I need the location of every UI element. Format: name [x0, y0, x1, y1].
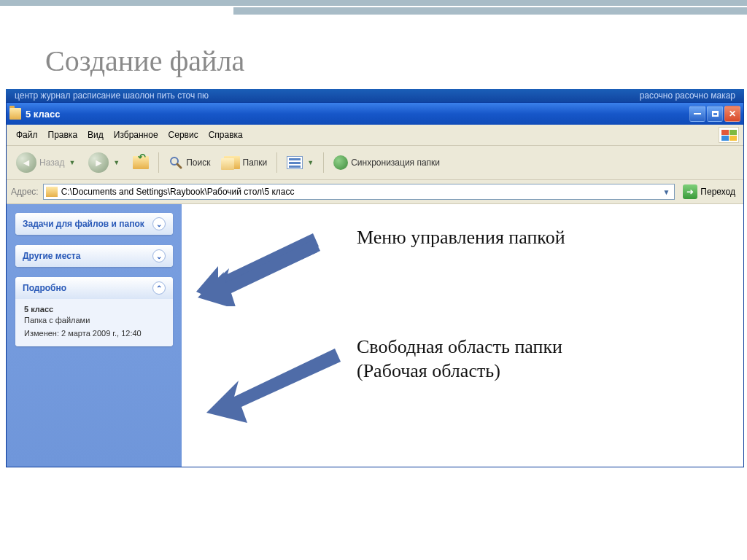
collapse-icon[interactable]: ⌄	[152, 217, 166, 230]
up-button[interactable]	[128, 153, 154, 172]
tasks-header[interactable]: Задачи для файлов и папок ⌄	[15, 213, 173, 235]
search-button[interactable]: Поиск	[163, 152, 215, 173]
menu-favorites[interactable]: Избранное	[109, 128, 163, 141]
folder-icon	[9, 108, 21, 120]
chevron-down-icon: ▼	[69, 159, 75, 166]
slide-top-bar-1	[0, 0, 747, 7]
details-body: 5 класс Папка с файлами Изменен: 2 марта…	[15, 299, 173, 346]
go-button[interactable]: ➜ Переход	[679, 183, 739, 201]
address-bar: Адрес: C:\Documents and Settings\Raybook…	[7, 180, 743, 204]
windows-logo-icon[interactable]	[719, 127, 739, 143]
menu-tools[interactable]: Сервис	[163, 128, 204, 141]
places-header[interactable]: Другие места ⌄	[15, 245, 173, 267]
menu-edit[interactable]: Правка	[43, 128, 83, 141]
menu-view[interactable]: Вид	[82, 128, 109, 141]
views-button[interactable]: ▼	[282, 153, 319, 172]
details-header[interactable]: Подробно ⌃	[15, 277, 173, 299]
toolbar-separator	[323, 152, 324, 173]
views-icon	[287, 156, 303, 169]
folders-label: Папки	[243, 158, 268, 168]
back-arrow-icon: ◄	[16, 152, 36, 173]
sync-button[interactable]: Синхронизация папки	[328, 152, 445, 173]
details-modified: Изменен: 2 марта 2009 г., 12:40	[24, 329, 164, 338]
folder-up-icon	[133, 156, 149, 169]
address-path: C:\Documents and Settings\Raybook\Рабочи…	[61, 187, 657, 197]
chevron-down-icon: ▼	[113, 159, 120, 166]
address-dropdown-icon[interactable]: ▼	[660, 188, 672, 196]
details-title: Подробно	[23, 283, 66, 293]
details-card: Подробно ⌃ 5 класс Папка с файлами Измен…	[15, 277, 173, 346]
forward-button[interactable]: ► ▼	[83, 149, 125, 176]
sync-label: Синхронизация папки	[351, 158, 440, 168]
go-arrow-icon: ➜	[683, 184, 697, 199]
address-label: Адрес:	[11, 187, 39, 197]
maximize-button[interactable]	[707, 106, 723, 122]
folders-icon	[224, 156, 240, 169]
go-label: Переход	[700, 187, 735, 197]
toolbar-separator	[158, 152, 159, 173]
window-titlebar[interactable]: 5 класс ✕	[7, 103, 743, 125]
chevron-down-icon: ▼	[307, 159, 314, 166]
folder-icon	[46, 187, 58, 197]
details-type: Папка с файлами	[24, 316, 164, 324]
window-title: 5 класс	[26, 109, 689, 120]
slide-title: Создание файла	[0, 15, 747, 89]
minimize-button[interactable]	[689, 106, 705, 122]
slide-top-bar-2	[233, 7, 747, 15]
explorer-content: Задачи для файлов и папок ⌄ Другие места…	[7, 204, 743, 467]
svg-marker-5	[206, 349, 341, 423]
folder-content-area[interactable]: Меню управления папкой Свободная область…	[182, 204, 743, 467]
tasks-title: Задачи для файлов и папок	[23, 219, 144, 229]
search-label: Поиск	[186, 158, 210, 168]
forward-arrow-icon: ►	[88, 152, 109, 173]
toolbar: ◄ Назад ▼ ► ▼ Поиск Папки ▼	[7, 146, 743, 180]
folders-button[interactable]: Папки	[219, 153, 273, 172]
svg-line-1	[177, 164, 181, 168]
side-panel: Задачи для файлов и папок ⌄ Другие места…	[7, 204, 182, 467]
expand-icon[interactable]: ⌃	[152, 281, 166, 295]
places-title: Другие места	[23, 251, 80, 261]
annotation-menu-control: Меню управления папкой	[357, 226, 565, 250]
arrow-to-side-panel-icon	[196, 233, 320, 306]
back-label: Назад	[39, 158, 64, 168]
toolbar-separator	[276, 152, 277, 173]
details-name: 5 класс	[24, 305, 164, 314]
places-card: Другие места ⌄	[15, 245, 173, 267]
close-button[interactable]: ✕	[724, 106, 740, 122]
back-button[interactable]: ◄ Назад ▼	[11, 149, 80, 176]
arrow-to-main-area-icon	[204, 343, 342, 423]
sync-icon	[333, 155, 348, 170]
menu-help[interactable]: Справка	[204, 128, 248, 141]
search-icon	[169, 155, 183, 170]
address-input[interactable]: C:\Documents and Settings\Raybook\Рабочи…	[43, 184, 676, 200]
explorer-window: 5 класс ✕ Файл Правка Вид Избранное Серв…	[6, 102, 744, 467]
menu-file[interactable]: Файл	[11, 128, 43, 141]
background-titlebar-fragment: центр журнал расписание шаолон пить сточ…	[6, 89, 744, 102]
tasks-card: Задачи для файлов и папок ⌄	[15, 213, 173, 235]
annotation-free-area: Свободная область папки (Рабочая область…	[357, 335, 634, 383]
collapse-icon[interactable]: ⌄	[152, 249, 166, 262]
menu-bar: Файл Правка Вид Избранное Сервис Справка	[7, 125, 743, 146]
